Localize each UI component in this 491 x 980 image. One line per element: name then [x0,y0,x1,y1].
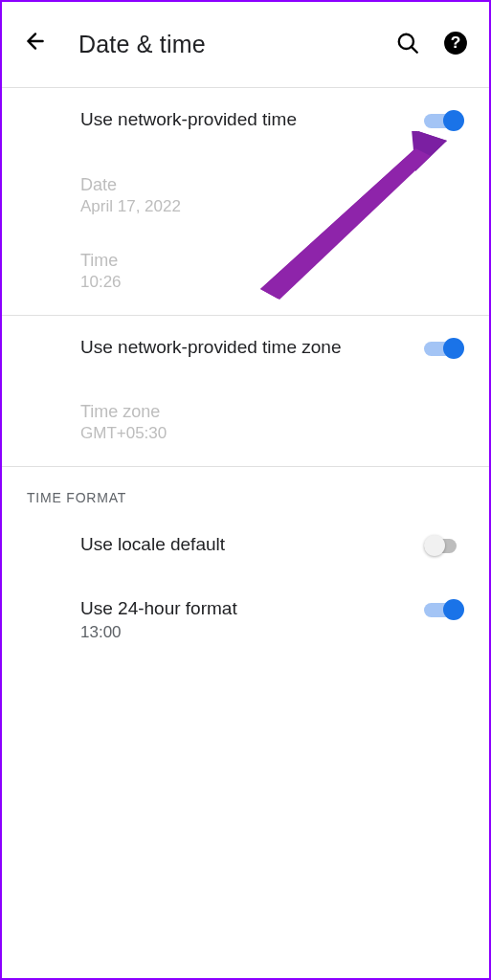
hour24-row[interactable]: Use 24-hour format 13:00 [2,577,489,662]
time-format-header: Time Format [2,467,489,513]
locale-default-label: Use locale default [80,532,424,558]
date-row: Date April 17, 2022 [2,152,489,228]
locale-default-row[interactable]: Use locale default [2,513,489,577]
header: Date & time ? [2,2,489,88]
search-icon[interactable] [395,31,420,59]
timezone-row: Time zone GMT+05:30 [2,379,489,466]
network-zone-label: Use network-provided time zone [80,335,424,361]
page-title: Date & time [78,31,395,58]
timezone-label: Time zone [80,402,464,422]
time-row: Time 10:26 [2,228,489,315]
date-value: April 17, 2022 [80,197,464,216]
svg-line-1 [412,46,417,52]
timezone-section: Use network-provided time zone Time zone… [2,316,489,468]
network-zone-row[interactable]: Use network-provided time zone [2,316,489,380]
network-time-toggle[interactable] [424,109,464,132]
back-arrow-icon[interactable] [23,29,48,60]
date-label: Date [80,175,464,195]
network-time-label: Use network-provided time [80,107,424,133]
network-zone-toggle[interactable] [424,337,464,360]
network-time-row[interactable]: Use network-provided time [2,88,489,152]
timezone-value: GMT+05:30 [80,424,464,443]
hour24-sub: 13:00 [80,623,424,642]
time-section: Use network-provided time Date April 17,… [2,88,489,316]
time-value: 10:26 [80,273,464,292]
svg-text:?: ? [451,33,461,52]
time-label: Time [80,251,464,271]
hour24-label: Use 24-hour format [80,596,424,622]
help-icon[interactable]: ? [443,31,468,59]
locale-default-toggle[interactable] [424,534,464,557]
hour24-toggle[interactable] [424,598,464,621]
